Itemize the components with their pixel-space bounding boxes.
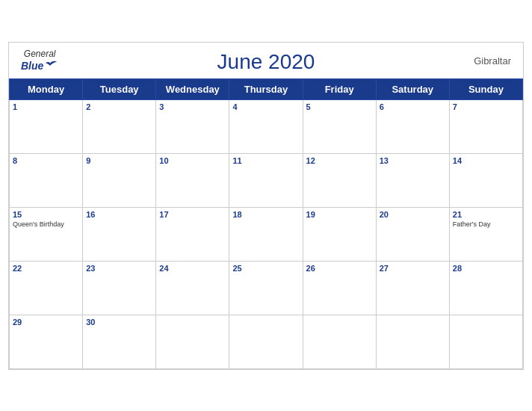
calendar-day-cell: 22 <box>10 261 83 315</box>
day-number: 1 <box>13 102 79 111</box>
calendar-body: 123456789101112131415Queen's Birthday161… <box>10 99 523 368</box>
day-number: 3 <box>159 102 226 111</box>
calendar-day-cell: 8 <box>10 153 83 207</box>
logo-area: General Blue <box>21 49 58 72</box>
day-number: 8 <box>13 156 79 165</box>
calendar-day-cell: 1 <box>10 99 83 153</box>
day-number: 30 <box>86 318 152 327</box>
day-number: 7 <box>453 102 519 111</box>
calendar-day-cell: 26 <box>303 261 376 315</box>
calendar-day-cell: 16 <box>83 207 156 261</box>
day-number: 10 <box>159 156 226 165</box>
day-number: 20 <box>380 210 446 219</box>
calendar-day-cell: 4 <box>229 99 303 153</box>
logo-blue-text: Blue <box>21 59 58 72</box>
day-number: 23 <box>86 264 152 273</box>
day-number: 16 <box>86 210 152 219</box>
day-number: 24 <box>159 264 226 273</box>
weekday-header-tuesday: Tuesday <box>83 78 156 99</box>
weekday-header-monday: Monday <box>10 78 83 99</box>
calendar-table: MondayTuesdayWednesdayThursdayFridaySatu… <box>9 78 523 369</box>
day-number: 27 <box>380 264 446 273</box>
weekday-header-row: MondayTuesdayWednesdayThursdayFridaySatu… <box>10 78 523 99</box>
day-number: 18 <box>232 210 299 219</box>
calendar-day-cell: 10 <box>156 153 229 207</box>
calendar-day-cell: 12 <box>303 153 376 207</box>
calendar-day-cell <box>449 315 522 368</box>
day-number: 11 <box>232 156 299 165</box>
calendar-header: General Blue June 2020 Gibraltar <box>9 43 523 78</box>
calendar-day-cell: 30 <box>83 315 156 368</box>
calendar-day-cell: 24 <box>156 261 229 315</box>
calendar-day-cell: 6 <box>376 99 449 153</box>
calendar-day-cell: 9 <box>83 153 156 207</box>
calendar-day-cell: 7 <box>449 99 522 153</box>
calendar-day-cell: 5 <box>303 99 376 153</box>
calendar-day-cell <box>229 315 303 368</box>
calendar-week-3: 15Queen's Birthday161718192021Father's D… <box>10 207 523 261</box>
calendar-container: General Blue June 2020 Gibraltar MondayT… <box>8 42 524 370</box>
day-number: 28 <box>453 264 519 273</box>
calendar-day-cell: 20 <box>376 207 449 261</box>
calendar-day-cell: 14 <box>449 153 522 207</box>
calendar-day-cell: 17 <box>156 207 229 261</box>
day-number: 12 <box>306 156 373 165</box>
calendar-day-cell: 15Queen's Birthday <box>10 207 83 261</box>
day-number: 22 <box>13 264 79 273</box>
weekday-header-thursday: Thursday <box>229 78 303 99</box>
day-number: 4 <box>232 102 299 111</box>
calendar-day-cell: 2 <box>83 99 156 153</box>
calendar-day-cell <box>376 315 449 368</box>
day-number: 17 <box>159 210 226 219</box>
day-number: 25 <box>232 264 299 273</box>
calendar-day-cell: 13 <box>376 153 449 207</box>
calendar-day-cell: 23 <box>83 261 156 315</box>
day-number: 5 <box>306 102 373 111</box>
calendar-day-cell: 18 <box>229 207 303 261</box>
calendar-week-1: 1234567 <box>10 99 523 153</box>
day-number: 29 <box>13 318 79 327</box>
calendar-day-cell: 25 <box>229 261 303 315</box>
calendar-day-cell: 29 <box>10 315 83 368</box>
day-number: 6 <box>380 102 446 111</box>
weekday-header-wednesday: Wednesday <box>156 78 229 99</box>
calendar-day-cell: 19 <box>303 207 376 261</box>
day-number: 13 <box>380 156 446 165</box>
day-event: Father's Day <box>453 220 519 228</box>
calendar-day-cell: 28 <box>449 261 522 315</box>
logo-bird-icon <box>45 59 58 72</box>
weekday-header-friday: Friday <box>303 78 376 99</box>
calendar-day-cell <box>156 315 229 368</box>
day-number: 15 <box>13 210 79 219</box>
calendar-day-cell: 3 <box>156 99 229 153</box>
day-number: 19 <box>306 210 373 219</box>
day-number: 2 <box>86 102 152 111</box>
weekday-header-sunday: Sunday <box>449 78 522 99</box>
day-number: 21 <box>453 210 519 219</box>
region-label: Gibraltar <box>474 55 511 66</box>
day-number: 9 <box>86 156 152 165</box>
calendar-week-2: 891011121314 <box>10 153 523 207</box>
calendar-day-cell: 11 <box>229 153 303 207</box>
calendar-title: June 2020 <box>217 50 315 74</box>
calendar-day-cell: 21Father's Day <box>449 207 522 261</box>
day-number: 14 <box>453 156 519 165</box>
logo-blue-label: Blue <box>21 60 43 72</box>
calendar-day-cell <box>303 315 376 368</box>
day-number: 26 <box>306 264 373 273</box>
calendar-week-5: 2930 <box>10 315 523 368</box>
day-event: Queen's Birthday <box>13 220 79 228</box>
calendar-week-4: 22232425262728 <box>10 261 523 315</box>
calendar-day-cell: 27 <box>376 261 449 315</box>
logo-general-text: General <box>24 49 56 59</box>
weekday-header-saturday: Saturday <box>376 78 449 99</box>
